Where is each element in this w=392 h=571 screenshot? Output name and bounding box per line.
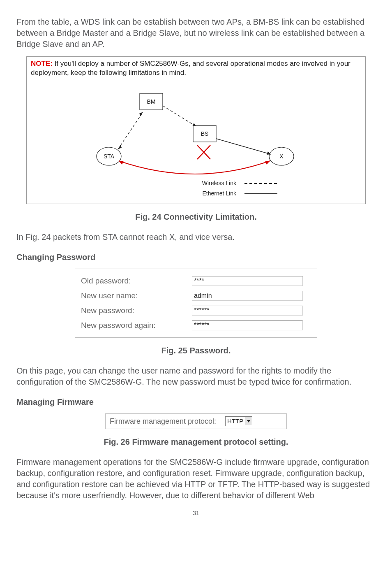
connectivity-diagram: STA BM BS X (27, 80, 365, 204)
label-new-password: New password: (81, 305, 192, 316)
svg-line-9 (216, 139, 271, 154)
svg-marker-5 (118, 145, 122, 149)
svg-line-7 (163, 106, 196, 126)
label-old-password: Old password: (81, 276, 192, 286)
bm-node-label: BM (147, 98, 156, 105)
label-new-password-again: New password again: (81, 320, 192, 331)
password-form-box: Old password: New user name: New passwor… (75, 269, 317, 338)
legend-wireless-label: Wireless Link (202, 180, 237, 186)
heading-changing-password: Changing Password (16, 252, 376, 263)
x-node-label: X (279, 153, 284, 160)
figure-24-paragraph: In Fig. 24 packets from STA cannot reach… (16, 232, 376, 243)
row-new-password-again: New password again: (81, 318, 311, 332)
row-new-password: New password: (81, 304, 311, 318)
svg-line-4 (118, 112, 143, 149)
sta-node-label: STA (104, 153, 115, 160)
row-new-username: New user name: (81, 289, 311, 303)
input-new-password-again[interactable] (192, 320, 303, 330)
firmware-protocol-box: Firmware management protocol: HTTP (105, 413, 287, 429)
bs-node-label: BS (201, 130, 209, 137)
chevron-down-icon (245, 417, 252, 425)
svg-marker-6 (139, 112, 143, 116)
figure-24-caption: Fig. 24 Connectivity Limitation. (16, 211, 376, 223)
select-firmware-value: HTTP (226, 417, 245, 425)
svg-marker-8 (192, 123, 196, 126)
input-new-password[interactable] (192, 306, 303, 316)
label-firmware-protocol: Firmware management protocol: (110, 416, 216, 426)
figure-26-caption: Fig. 26 Firmware management protocol set… (16, 436, 376, 448)
heading-managing-firmware: Managing Firmware (16, 397, 376, 408)
input-new-username[interactable] (192, 291, 303, 301)
intro-paragraph: From the table, a WDS link can be establ… (16, 16, 376, 50)
row-old-password: Old password: (81, 274, 311, 288)
figure-25-caption: Fig. 25 Password. (16, 345, 376, 356)
svg-marker-17 (247, 420, 250, 422)
input-old-password[interactable] (192, 276, 303, 286)
select-firmware-protocol[interactable]: HTTP (225, 416, 252, 426)
note-row: NOTE: If you'll deploy a number of SMC25… (27, 57, 365, 80)
figure-24-box: NOTE: If you'll deploy a number of SMC25… (26, 56, 366, 204)
password-paragraph: On this page, you can change the user na… (16, 365, 376, 388)
note-label: NOTE: (31, 60, 53, 67)
firmware-paragraph: Firmware management operations for the S… (16, 457, 376, 501)
legend-ethernet-label: Ethernet Link (203, 190, 237, 197)
page-number: 31 (16, 509, 376, 517)
label-new-username: New user name: (81, 290, 192, 301)
note-text: If you'll deploy a number of SMC2586W-Gs… (31, 60, 350, 77)
